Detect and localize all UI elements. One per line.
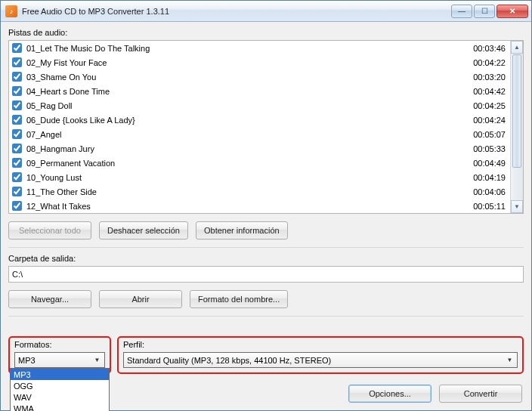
scroll-up-button[interactable]: ▲ bbox=[511, 41, 523, 54]
track-name: 12_What It Takes bbox=[26, 202, 462, 211]
track-checkbox[interactable] bbox=[12, 72, 22, 82]
track-duration: 00:04:25 bbox=[462, 101, 507, 110]
track-row[interactable]: 04_Heart s Done Time00:04:42 bbox=[9, 84, 510, 98]
track-row[interactable]: 08_Hangman Jury00:05:33 bbox=[9, 141, 510, 156]
format-option[interactable]: WMA bbox=[11, 403, 109, 411]
app-icon: ♪ bbox=[5, 5, 17, 17]
profile-highlight-box: Perfil: Standard Quality (MP3, 128 kbps,… bbox=[117, 336, 524, 374]
select-all-button[interactable]: Seleccionar todo bbox=[8, 221, 91, 239]
profile-combo[interactable]: Standard Quality (MP3, 128 kbps, 44100 H… bbox=[123, 352, 518, 368]
track-row[interactable]: 12_What It Takes00:05:11 bbox=[9, 199, 510, 213]
track-row[interactable]: 01_Let The Music Do The Talking00:03:46 bbox=[9, 41, 510, 55]
convert-button[interactable]: Convertir bbox=[439, 385, 522, 403]
track-checkbox[interactable] bbox=[12, 144, 22, 153]
undo-selection-button[interactable]: Deshacer selección bbox=[99, 221, 188, 239]
formats-combo[interactable]: MP3 ▼ bbox=[14, 352, 105, 368]
track-checkbox[interactable] bbox=[12, 86, 22, 96]
track-name: 08_Hangman Jury bbox=[26, 144, 462, 153]
format-option[interactable]: OGG bbox=[11, 380, 109, 391]
separator-2 bbox=[8, 316, 524, 317]
track-duration: 00:04:06 bbox=[462, 187, 507, 196]
name-format-button[interactable]: Formato del nombre... bbox=[190, 290, 288, 308]
track-name: 03_Shame On You bbox=[26, 73, 462, 82]
track-list[interactable]: 01_Let The Music Do The Talking00:03:460… bbox=[8, 40, 524, 214]
format-option[interactable]: WAV bbox=[11, 391, 109, 403]
track-checkbox[interactable] bbox=[12, 172, 22, 182]
maximize-button[interactable]: ☐ bbox=[474, 5, 495, 18]
track-duration: 00:04:24 bbox=[462, 116, 507, 125]
scroll-thumb[interactable] bbox=[512, 54, 521, 168]
track-row[interactable]: 03_Shame On You00:03:20 bbox=[9, 70, 510, 84]
track-row[interactable]: 10_Young Lust00:04:19 bbox=[9, 170, 510, 184]
track-name: 07_Angel bbox=[26, 130, 462, 139]
output-folder-input[interactable]: C:\ bbox=[8, 266, 524, 283]
track-duration: 00:05:11 bbox=[462, 202, 507, 211]
track-duration: 00:04:42 bbox=[462, 87, 507, 96]
separator bbox=[8, 247, 524, 248]
chevron-down-icon: ▼ bbox=[504, 354, 515, 366]
track-checkbox[interactable] bbox=[12, 57, 22, 67]
open-button[interactable]: Abrir bbox=[99, 290, 182, 308]
formats-dropdown[interactable]: MP3OGGWAVWMAAAC bbox=[10, 368, 110, 411]
output-folder-label: Carpeta de salida: bbox=[8, 254, 524, 263]
track-row[interactable]: 05_Rag Doll00:04:25 bbox=[9, 98, 510, 113]
minimize-button[interactable]: — bbox=[451, 5, 472, 18]
track-name: 04_Heart s Done Time bbox=[26, 87, 462, 96]
output-folder-value: C:\ bbox=[12, 270, 23, 279]
profile-combo-value: Standard Quality (MP3, 128 kbps, 44100 H… bbox=[127, 356, 331, 365]
track-name: 01_Let The Music Do The Talking bbox=[26, 44, 462, 53]
scroll-down-button[interactable]: ▼ bbox=[511, 200, 523, 213]
format-option[interactable]: MP3 bbox=[11, 369, 109, 380]
track-checkbox[interactable] bbox=[12, 158, 22, 168]
track-name: 02_My Fist Your Face bbox=[26, 58, 462, 67]
track-name: 09_Permanent Vacation bbox=[26, 159, 462, 168]
chevron-down-icon: ▼ bbox=[91, 354, 103, 366]
track-duration: 00:04:22 bbox=[462, 58, 507, 67]
track-duration: 00:05:07 bbox=[462, 130, 507, 139]
track-checkbox[interactable] bbox=[12, 187, 22, 196]
track-checkbox[interactable] bbox=[12, 115, 22, 125]
formats-combo-value: MP3 bbox=[18, 356, 36, 365]
track-duration: 00:05:33 bbox=[462, 144, 507, 153]
track-name: 11_The Other Side bbox=[26, 187, 462, 196]
track-row[interactable]: 07_Angel00:05:07 bbox=[9, 127, 510, 141]
track-name: 05_Rag Doll bbox=[26, 101, 462, 110]
track-row[interactable]: 09_Permanent Vacation00:04:49 bbox=[9, 156, 510, 170]
track-duration: 00:04:49 bbox=[462, 159, 507, 168]
track-row[interactable]: 02_My Fist Your Face00:04:22 bbox=[9, 55, 510, 70]
options-button[interactable]: Opciones... bbox=[348, 385, 431, 403]
get-info-button[interactable]: Obtener información bbox=[196, 221, 288, 239]
track-checkbox[interactable] bbox=[12, 100, 22, 110]
track-checkbox[interactable] bbox=[12, 201, 22, 211]
profile-label: Perfil: bbox=[123, 340, 518, 349]
track-duration: 00:03:46 bbox=[462, 44, 507, 53]
track-duration: 00:04:19 bbox=[462, 173, 507, 182]
scrollbar[interactable]: ▲ ▼ bbox=[510, 41, 523, 213]
track-name: 06_Dude {Looks Like A Lady} bbox=[26, 116, 462, 125]
track-name: 10_Young Lust bbox=[26, 173, 462, 182]
track-checkbox[interactable] bbox=[12, 129, 22, 139]
track-duration: 00:03:20 bbox=[462, 73, 507, 82]
track-row[interactable]: 06_Dude {Looks Like A Lady}00:04:24 bbox=[9, 113, 510, 127]
formats-label: Formatos: bbox=[14, 340, 105, 349]
window-title: Free Audio CD to MP3 Converter 1.3.11 bbox=[22, 7, 169, 16]
browse-button[interactable]: Navegar... bbox=[8, 290, 91, 308]
close-button[interactable]: ✕ bbox=[496, 5, 528, 18]
titlebar: ♪ Free Audio CD to MP3 Converter 1.3.11 … bbox=[1, 1, 531, 22]
track-row[interactable]: 11_The Other Side00:04:06 bbox=[9, 184, 510, 199]
tracks-label: Pistas de audio: bbox=[8, 28, 524, 37]
track-checkbox[interactable] bbox=[12, 43, 22, 53]
formats-highlight-box: Formatos: MP3 ▼ MP3OGGWAVWMAAAC bbox=[8, 336, 111, 374]
